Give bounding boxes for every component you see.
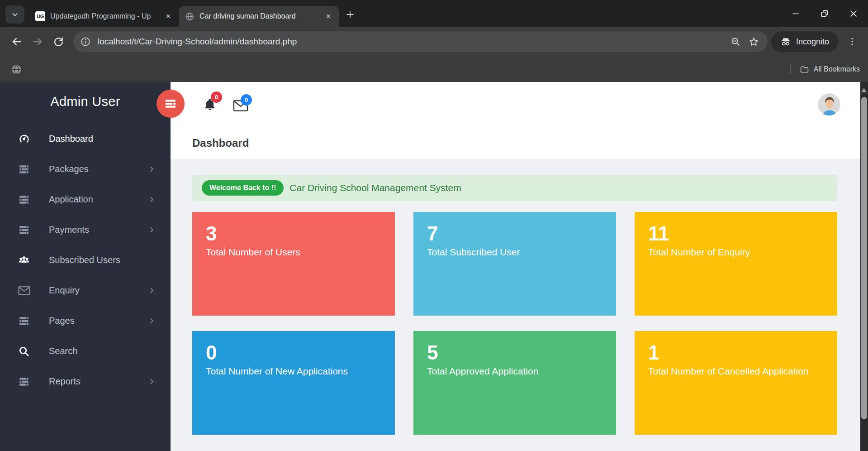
reload-button[interactable] xyxy=(48,31,69,52)
back-button[interactable] xyxy=(6,31,27,52)
sidebar-item-label: Enquiry xyxy=(49,285,80,296)
stat-cards-grid: 3 Total Number of Users 7 Total Subscrib… xyxy=(192,212,837,435)
reload-icon xyxy=(53,36,64,48)
envelope-icon xyxy=(17,284,31,297)
stat-card: 0 Total Number of New Applications xyxy=(192,331,395,435)
sidebar-toggle-button[interactable] xyxy=(157,90,185,118)
stat-value: 0 xyxy=(206,340,381,365)
sidebar-item[interactable]: Search xyxy=(0,336,171,366)
url-text[interactable]: localhost/t/Car-Driving-School/admin/das… xyxy=(98,37,730,47)
notifications-button[interactable]: 0 xyxy=(203,97,217,112)
sidebar-item-label: Application xyxy=(49,194,93,205)
site-info-icon[interactable] xyxy=(77,33,94,50)
stat-card: 3 Total Number of Users xyxy=(192,212,395,316)
window-controls xyxy=(781,0,868,27)
stat-card: 7 Total Subscribed User xyxy=(413,212,616,316)
tab-dashboard[interactable]: Car driving suman Dashboard × xyxy=(179,6,339,27)
stat-value: 11 xyxy=(648,221,824,246)
stat-value: 7 xyxy=(427,221,602,246)
browser-toolbar: localhost/t/Car-Driving-School/admin/das… xyxy=(0,27,868,57)
list-icon xyxy=(17,163,31,176)
tab-title: Car driving suman Dashboard xyxy=(199,12,318,20)
users-icon xyxy=(17,254,31,267)
sidebar-item[interactable]: Pages xyxy=(0,306,171,336)
sidebar-item-label: Payments xyxy=(49,225,89,235)
address-bar[interactable]: localhost/t/Car-Driving-School/admin/das… xyxy=(73,31,768,52)
stat-value: 5 xyxy=(427,340,602,365)
zoom-out-icon[interactable] xyxy=(730,36,741,47)
welcome-badge: Welcome Back to !! xyxy=(202,180,284,196)
user-avatar[interactable] xyxy=(818,93,840,116)
close-tab-icon[interactable]: × xyxy=(323,10,334,22)
ug-favicon-icon: UG xyxy=(35,11,45,21)
tab-title: Updategadh Programming - Up xyxy=(50,12,157,20)
sidebar: Admin User Dashboard Packages xyxy=(0,82,171,451)
main-area: 0 0 Dashboard Welc xyxy=(171,82,860,451)
admin-user-title: Admin User xyxy=(0,82,171,109)
welcome-alert: Welcome Back to !! Car Driving School Ma… xyxy=(192,175,837,201)
chevron-down-icon xyxy=(11,10,19,19)
stat-label: Total Number of Cancelled Application xyxy=(648,366,824,377)
forward-arrow-icon xyxy=(32,36,43,48)
bookmarks-bar: All Bookmarks xyxy=(0,57,868,82)
chevron-right-icon xyxy=(148,226,155,233)
close-tab-icon[interactable]: × xyxy=(162,10,174,22)
messages-button[interactable]: 0 xyxy=(233,100,248,112)
bookmark-star-icon[interactable] xyxy=(748,36,759,48)
tachometer-icon xyxy=(17,133,31,145)
dashboard-content: Welcome Back to !! Car Driving School Ma… xyxy=(171,159,860,451)
minimize-button[interactable] xyxy=(781,0,810,27)
bookmark-globe-icon[interactable] xyxy=(11,64,22,75)
sidebar-item[interactable]: Reports xyxy=(0,366,171,397)
stat-label: Total Number of New Applications xyxy=(206,366,381,377)
incognito-icon xyxy=(780,36,791,47)
scroll-up-arrow[interactable] xyxy=(861,88,867,92)
sidebar-item[interactable]: Subscribed Users xyxy=(0,245,171,275)
tab-search-button[interactable] xyxy=(5,5,24,24)
sidebar-item-label: Subscribed Users xyxy=(49,255,120,265)
hamburger-icon xyxy=(164,97,177,110)
stat-card: 5 Total Approved Application xyxy=(413,331,616,435)
chevron-right-icon xyxy=(148,287,155,294)
sidebar-item-label: Packages xyxy=(49,164,89,174)
search-icon xyxy=(17,345,31,358)
restore-button[interactable] xyxy=(810,0,839,27)
list-icon xyxy=(17,315,31,327)
sidebar-item[interactable]: Enquiry xyxy=(0,275,171,306)
chevron-right-icon xyxy=(148,196,155,203)
stat-card: 1 Total Number of Cancelled Application xyxy=(635,331,837,435)
list-icon xyxy=(17,224,31,236)
top-navbar: 0 0 xyxy=(171,82,860,127)
all-bookmarks-label: All Bookmarks xyxy=(814,65,860,73)
stat-value: 3 xyxy=(206,221,381,246)
all-bookmarks-button[interactable]: All Bookmarks xyxy=(800,65,860,74)
message-count-badge: 0 xyxy=(241,94,252,106)
sidebar-item[interactable]: Application xyxy=(0,184,171,215)
stat-label: Total Number of Users xyxy=(206,247,381,258)
sidebar-item[interactable]: Packages xyxy=(0,154,171,184)
plus-icon xyxy=(345,10,355,19)
list-icon xyxy=(17,375,31,388)
tab-updategadh[interactable]: UG Updategadh Programming - Up × xyxy=(29,6,179,27)
chevron-right-icon xyxy=(148,166,155,173)
sidebar-item-label: Dashboard xyxy=(49,134,93,144)
browser-menu-button[interactable] xyxy=(843,32,862,51)
close-button[interactable] xyxy=(839,0,868,27)
scrollbar-thumb[interactable] xyxy=(861,97,867,419)
divider xyxy=(790,64,791,74)
new-tab-button[interactable] xyxy=(341,5,360,24)
browser-window: UG Updategadh Programming - Up × Car dri… xyxy=(0,0,868,451)
stat-card: 11 Total Number of Enquiry xyxy=(635,212,837,316)
sidebar-item[interactable]: Payments xyxy=(0,215,171,245)
chevron-right-icon xyxy=(148,317,155,324)
tab-strip: UG Updategadh Programming - Up × Car dri… xyxy=(0,0,868,27)
stat-label: Total Subscribed User xyxy=(427,247,602,258)
back-arrow-icon xyxy=(11,36,23,48)
welcome-message: Car Driving School Management System xyxy=(289,182,461,193)
notification-count-badge: 0 xyxy=(211,91,222,103)
list-icon xyxy=(17,193,31,206)
forward-button[interactable] xyxy=(27,31,48,52)
sidebar-item[interactable]: Dashboard xyxy=(0,124,171,154)
stat-label: Total Approved Application xyxy=(427,366,602,377)
web-page: Admin User Dashboard Packages xyxy=(0,82,868,451)
